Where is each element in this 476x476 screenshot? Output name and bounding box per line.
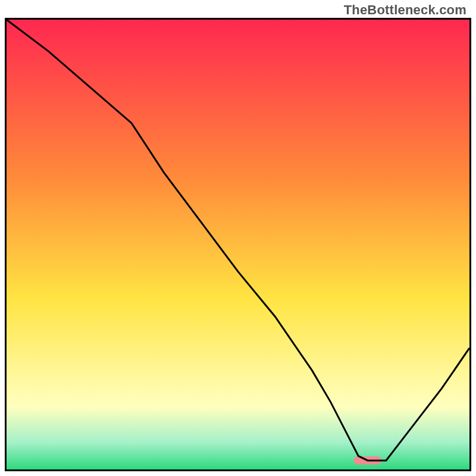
watermark-text: TheBottleneck.com (344, 2, 466, 18)
chart-plot (7, 20, 469, 469)
chart-frame (5, 18, 471, 471)
gradient-background (7, 20, 469, 469)
